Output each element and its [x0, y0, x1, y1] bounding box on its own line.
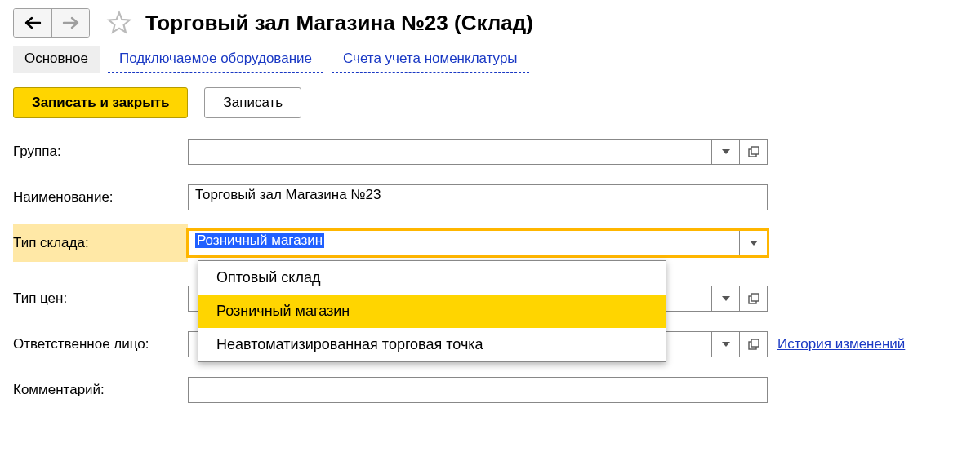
save-and-close-button[interactable]: Записать и закрыть — [13, 87, 188, 118]
open-external-icon — [748, 339, 760, 350]
favorite-button[interactable] — [106, 10, 132, 36]
dropdown-option[interactable]: Неавтоматизированная торговая точка — [198, 328, 666, 361]
history-link[interactable]: История изменений — [777, 336, 905, 352]
dropdown-btn-group[interactable] — [712, 139, 740, 165]
back-button[interactable] — [14, 9, 51, 37]
label-store-type: Тип склада: — [13, 235, 188, 251]
input-store-type[interactable]: Розничный магазин — [188, 230, 740, 256]
arrow-left-icon — [24, 16, 42, 29]
chevron-down-icon — [722, 149, 730, 154]
input-store-type-value: Розничный магазин — [195, 233, 324, 248]
row-group: Группа: — [13, 138, 967, 166]
open-btn-price-type[interactable] — [740, 286, 768, 312]
row-comment: Комментарий: — [13, 376, 967, 404]
save-button[interactable]: Записать — [204, 87, 301, 118]
row-store-type: Тип склада: Розничный магазин Оптовый ск… — [13, 229, 967, 257]
action-bar: Записать и закрыть Записать — [13, 87, 967, 118]
label-price-type: Тип цен: — [13, 290, 188, 307]
title-bar: Торговый зал Магазина №23 (Склад) — [13, 8, 967, 38]
tab-equipment[interactable]: Подключаемое оборудование — [108, 46, 323, 73]
open-external-icon — [748, 293, 760, 304]
label-comment: Комментарий: — [13, 382, 188, 398]
svg-rect-1 — [751, 147, 759, 154]
dropdown-option[interactable]: Оптовый склад — [198, 261, 666, 295]
svg-rect-3 — [751, 294, 759, 301]
label-responsible: Ответственное лицо: — [13, 336, 188, 352]
open-btn-group[interactable] — [740, 139, 768, 165]
svg-rect-5 — [751, 339, 759, 347]
dropdown-btn-price-type[interactable] — [712, 286, 740, 312]
label-name: Наименование: — [13, 189, 188, 206]
dropdown-store-type: Оптовый склад Розничный магазин Неавтома… — [198, 260, 666, 362]
forward-button[interactable] — [51, 9, 89, 37]
row-name: Наименование: Торговый зал Магазина №23 — [13, 184, 967, 211]
arrow-right-icon — [62, 16, 80, 29]
page-title: Торговый зал Магазина №23 (Склад) — [145, 11, 533, 36]
input-group[interactable] — [188, 139, 712, 165]
input-comment[interactable] — [188, 377, 768, 403]
dropdown-btn-store-type[interactable] — [740, 230, 768, 256]
tab-main[interactable]: Основное — [13, 46, 100, 73]
open-btn-responsible[interactable] — [740, 331, 768, 357]
chevron-down-icon — [750, 241, 758, 246]
label-group: Группа: — [13, 144, 188, 160]
dropdown-option[interactable]: Розничный магазин — [198, 295, 666, 328]
top-tabs: Основное Подключаемое оборудование Счета… — [13, 46, 967, 73]
star-icon — [106, 10, 132, 36]
input-name[interactable]: Торговый зал Магазина №23 — [188, 184, 768, 210]
tab-accounts[interactable]: Счета учета номенклатуры — [332, 46, 529, 73]
chevron-down-icon — [722, 342, 730, 347]
nav-group — [13, 8, 90, 38]
chevron-down-icon — [722, 296, 730, 301]
dropdown-btn-responsible[interactable] — [712, 331, 740, 357]
open-external-icon — [748, 146, 760, 157]
